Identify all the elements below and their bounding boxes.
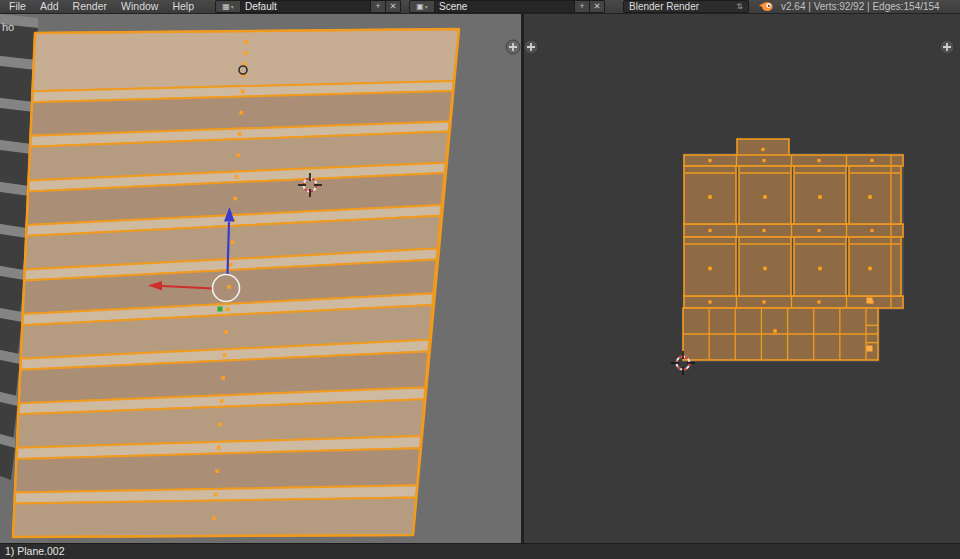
chevron-down-icon: ▾	[231, 3, 234, 10]
scene-browse-button[interactable]: ▣ ▾	[409, 0, 435, 13]
render-engine-dropdown[interactable]: Blender Render ⇅	[623, 0, 749, 13]
screen-layout-browse-button[interactable]: ▦ ▾	[215, 0, 241, 13]
right-viewport-tools-plus-button[interactable]	[524, 40, 538, 54]
screen-layout-selector: ▦ ▾ + ✕	[215, 0, 401, 13]
viewport-3d-right[interactable]	[524, 14, 960, 543]
chevron-down-icon: ▾	[425, 3, 428, 10]
scene-name-field[interactable]	[435, 0, 575, 13]
screen-layout-name-field[interactable]	[241, 0, 371, 13]
screen-layout-icon: ▦	[222, 2, 230, 11]
scene-unlink-button[interactable]: ✕	[590, 0, 605, 13]
dropdown-arrows-icon: ⇅	[736, 2, 743, 11]
left-viewport-panel-plus-button[interactable]	[506, 40, 520, 54]
blender-logo-icon	[759, 1, 773, 12]
menu-render[interactable]: Render	[66, 0, 114, 13]
viewport-view-label: ho	[2, 21, 14, 33]
scene-selector: ▣ ▾ + ✕	[409, 0, 605, 13]
status-bar: 1) Plane.002	[0, 543, 960, 559]
viewport-3d-left[interactable]: ho	[0, 14, 521, 543]
menu-help[interactable]: Help	[165, 0, 201, 13]
manipulator-y-axis-handle[interactable]	[218, 307, 223, 312]
menu-add[interactable]: Add	[33, 0, 66, 13]
menu-file[interactable]: File	[2, 0, 33, 13]
right-viewport-panel-plus-button[interactable]	[940, 40, 954, 54]
scene-add-button[interactable]: +	[575, 0, 590, 13]
house-plan-mesh[interactable]	[682, 139, 904, 362]
viewport-area: ho	[0, 14, 960, 543]
screen-layout-add-button[interactable]: +	[371, 0, 386, 13]
menu-window[interactable]: Window	[114, 0, 165, 13]
screen-layout-unlink-button[interactable]: ✕	[386, 0, 401, 13]
top-menu-bar: File Add Render Window Help ▦ ▾ + ✕ ▣ ▾ …	[0, 0, 960, 14]
render-engine-value: Blender Render	[629, 1, 699, 12]
scene-stats: v2.64 | Verts:92/92 | Edges:154/154	[781, 1, 940, 12]
selected-vertex-marker[interactable]	[867, 346, 873, 352]
active-object-label: 1) Plane.002	[5, 545, 65, 557]
stairs-mesh[interactable]	[13, 29, 459, 537]
scene-icon: ▣	[416, 2, 424, 11]
selected-vertex-marker[interactable]	[867, 298, 873, 304]
